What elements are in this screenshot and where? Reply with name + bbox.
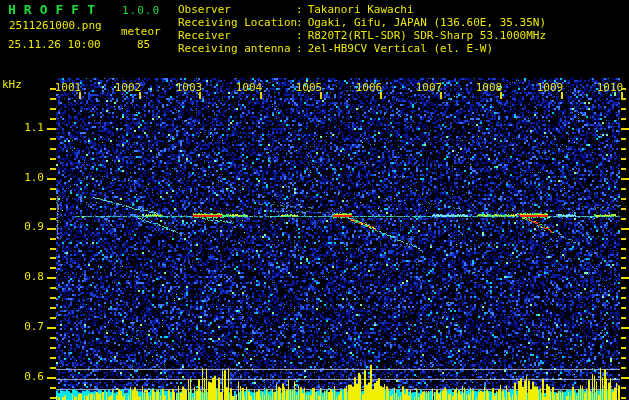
info-row: Receiver:R820T2(RTL-SDR) SDR-Sharp 53.10… (178, 29, 546, 42)
freq-tick-label: 0.9 (16, 220, 44, 233)
info-value: Takanori Kawachi (308, 3, 414, 16)
info-row: Receiving antenna:2el-HB9CV Vertical (el… (178, 42, 493, 55)
info-label: Receiver (178, 29, 296, 42)
info-value: 2el-HB9CV Vertical (el. E-W) (308, 42, 493, 55)
info-label: Receiving Location (178, 16, 296, 29)
freq-tick-label: 0.7 (16, 320, 44, 333)
app-title: HROFFT (8, 2, 103, 17)
info-row: Receiving Location:Ogaki, Gifu, JAPAN (1… (178, 16, 546, 29)
echo-count: 85 (137, 38, 150, 51)
time-tick-label: 1006 (352, 81, 386, 94)
info-row: Observer:Takanori Kawachi (178, 3, 414, 16)
info-label: Observer (178, 3, 296, 16)
info-colon: : (296, 3, 303, 16)
info-colon: : (296, 29, 303, 42)
freq-tick-label: 1.0 (16, 171, 44, 184)
time-tick-label: 1009 (533, 81, 567, 94)
time-tick-label: 1010 (593, 81, 627, 94)
time-tick-label: 1007 (412, 81, 446, 94)
info-value: R820T2(RTL-SDR) SDR-Sharp 53.1000MHz (308, 29, 546, 42)
info-colon: : (296, 16, 303, 29)
info-value: Ogaki, Gifu, JAPAN (136.60E, 35.35N) (308, 16, 546, 29)
freq-unit-label: kHz (2, 78, 22, 91)
freq-tick-label: 0.8 (16, 270, 44, 283)
freq-tick-label: 1.1 (16, 121, 44, 134)
time-tick-label: 1008 (472, 81, 506, 94)
time-tick-label: 1004 (232, 81, 266, 94)
spectrogram-app: HROFFT 1.0.0 2511261000.png meteor 25.11… (0, 0, 629, 400)
time-tick-label: 1005 (292, 81, 326, 94)
capture-filename: 2511261000.png (9, 19, 102, 32)
capture-datetime: 25.11.26 10:00 (8, 38, 101, 51)
time-tick-label: 1003 (172, 81, 206, 94)
freq-tick-label: 0.6 (16, 370, 44, 383)
mode-label: meteor (121, 25, 161, 38)
time-tick-label: 1001 (51, 81, 85, 94)
app-version: 1.0.0 (122, 4, 160, 17)
spectrogram-canvas (0, 0, 629, 400)
info-label: Receiving antenna (178, 42, 296, 55)
info-colon: : (296, 42, 303, 55)
time-tick-label: 1002 (111, 81, 145, 94)
